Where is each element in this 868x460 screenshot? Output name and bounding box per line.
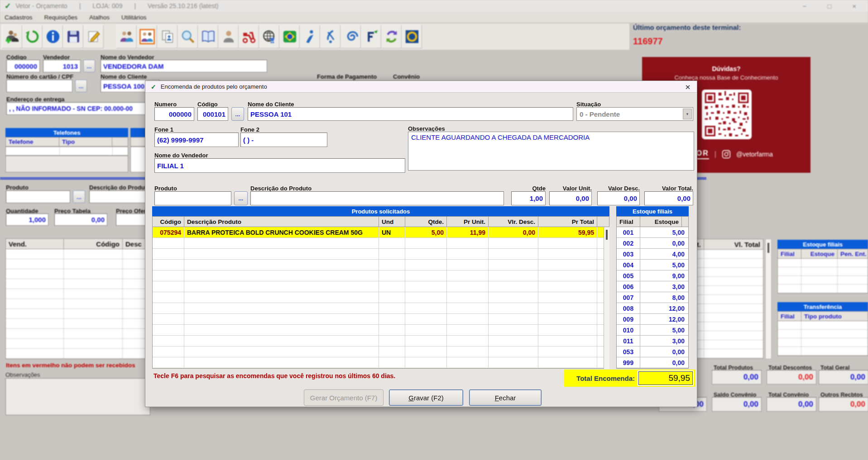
estoque-row[interactable]: 0063,00	[617, 281, 688, 292]
estoque-cell: 4,00	[640, 249, 688, 259]
forma-pagamento-label: Forma de Pagamento	[317, 73, 377, 80]
codigo-field[interactable]: 000000	[6, 60, 40, 72]
estoque-col-header: Estoque	[640, 217, 682, 227]
gymnast-icon[interactable]	[320, 25, 340, 48]
m-valor-total-field[interactable]: 0,00	[644, 191, 693, 205]
fone2-field[interactable]: ( ) -	[240, 133, 327, 147]
web-store-icon[interactable]	[259, 25, 279, 48]
empty-row	[153, 238, 609, 249]
quantidade-field[interactable]: 1,000	[6, 213, 48, 226]
items-col-codigo: Código	[64, 239, 123, 249]
red-items-warning: Itens em vermelho não podem ser recebido…	[6, 362, 135, 369]
product-cell: 5,00	[405, 227, 447, 237]
filial-cell: 053	[617, 346, 640, 357]
vendedor-field[interactable]: 1013	[43, 60, 81, 72]
gerar-orcamento-button[interactable]: Gerar Orçamento (F7)	[304, 389, 384, 406]
m-codigo-field[interactable]: 000101	[197, 107, 228, 121]
estoque-row[interactable]: 0105,00	[617, 325, 688, 336]
bg-produto-field[interactable]	[6, 190, 70, 203]
m-produto-label: Produto	[154, 185, 177, 192]
fone1-field[interactable]: (62) 9999-9997	[154, 133, 239, 147]
empty-row	[6, 269, 154, 279]
m-valor-unit-field[interactable]: 0,00	[549, 191, 592, 205]
person-figure-icon[interactable]	[300, 25, 320, 48]
cartao-cpf-label: Número do cartão / CPF	[6, 73, 73, 80]
m-nome-vendedor-field[interactable]: FILIAL 1	[154, 158, 405, 173]
m-produto-lookup-button[interactable]: ...	[234, 191, 248, 205]
m-nome-cliente-field[interactable]: PESSOA 101	[248, 107, 573, 121]
m-cliente-lookup-button[interactable]: ...	[231, 107, 244, 121]
nome-vendedor-field[interactable]: VENDEDORA DAM	[101, 60, 267, 72]
products-scrollbar[interactable]	[604, 227, 609, 369]
products-col-header: Qtde.	[405, 217, 447, 227]
catalog-icon[interactable]	[198, 25, 218, 48]
copy-records-icon[interactable]	[157, 25, 177, 48]
estoque-row[interactable]: 0020,00	[617, 238, 688, 249]
edit-icon[interactable]	[83, 25, 104, 48]
swirl-icon[interactable]	[340, 25, 361, 48]
bg-produto-lookup-button[interactable]: ...	[73, 190, 85, 203]
estoque-row[interactable]: 0530,00	[617, 346, 688, 357]
customer-icon[interactable]	[218, 25, 239, 48]
menu-item-requisicoes[interactable]: Requisições	[44, 14, 78, 21]
estoque-row[interactable]: 0113,00	[617, 336, 688, 346]
m-nome-cliente-label: Nome do Cliente	[248, 101, 294, 108]
search-icon[interactable]	[177, 25, 198, 48]
m-produto-field[interactable]	[154, 191, 231, 205]
m-valor-desc-field[interactable]: 0,00	[597, 191, 640, 205]
refresh-icon[interactable]	[22, 25, 43, 48]
f-logo-icon[interactable]	[361, 25, 381, 48]
sync-icon[interactable]	[381, 25, 402, 48]
estoque-row[interactable]: 0045,00	[617, 260, 688, 270]
estoque-row[interactable]: 0034,00	[617, 249, 688, 260]
minimize-button[interactable]: −	[802, 2, 806, 10]
chevron-down-icon[interactable]: ▼	[683, 109, 692, 119]
vl-total-scrollbar[interactable]	[765, 239, 772, 359]
estoque-row[interactable]: 0015,00	[617, 227, 688, 238]
filial-cell: 001	[617, 227, 640, 237]
adjacent-table-sliver	[130, 128, 147, 137]
vendedor-lookup-button[interactable]: ...	[83, 60, 95, 72]
situacao-select[interactable]: 0 - Pendente ▼	[576, 107, 693, 121]
menu-item-atalhos[interactable]: Atalhos	[89, 14, 110, 21]
delivery-icon[interactable]	[239, 25, 259, 48]
dialog-close-icon[interactable]: ✕	[683, 83, 692, 92]
add-client-icon[interactable]	[2, 25, 22, 48]
estoque-row[interactable]: 00912,00	[617, 314, 688, 325]
clients-selected-icon[interactable]	[137, 25, 157, 48]
estoque-cell: 5,00	[640, 260, 688, 270]
fechar-button[interactable]: Fechar	[469, 389, 542, 406]
filial-cell: 008	[617, 303, 640, 313]
endereco-field[interactable]: , , NÃO INFORMADO - SN CEP: 00.000-00	[6, 102, 156, 115]
estoque-row[interactable]: 0059,00	[617, 270, 688, 281]
menu-item-cadastros[interactable]: Cadastros	[5, 14, 33, 21]
f6-hint-text: Tecle F6 para pesquisar as encomendas qu…	[153, 372, 395, 379]
brazil-flag-icon[interactable]	[279, 25, 300, 48]
empty-row	[153, 336, 609, 346]
m-descricao-field[interactable]	[250, 191, 504, 205]
estoque-row[interactable]: 0078,00	[617, 292, 688, 303]
info-icon[interactable]	[43, 25, 63, 48]
bg-observacoes-box[interactable]	[5, 378, 150, 415]
empty-row	[778, 321, 868, 330]
empty-row	[153, 249, 609, 260]
cartao-cpf-field[interactable]	[6, 80, 72, 92]
numero-field[interactable]: 000000	[154, 107, 194, 121]
filial-cell: 999	[617, 357, 640, 368]
clients-icon[interactable]	[116, 25, 137, 48]
save-icon[interactable]	[63, 25, 83, 48]
m-qtde-field[interactable]: 1,00	[511, 191, 546, 205]
gravar-button[interactable]: Gravar (F2)	[389, 389, 463, 406]
maximize-button[interactable]: □	[827, 2, 831, 10]
empty-row	[153, 303, 609, 314]
m-observacoes-field[interactable]: CLIENTE AGUARDANDO A CHEGADA DA MERCADOR…	[408, 132, 694, 171]
estoque-row[interactable]: 00812,00	[617, 303, 688, 314]
menu-item-utilitarios[interactable]: Utilitários	[121, 14, 147, 21]
preco-tabela-field[interactable]: 0,00	[54, 213, 107, 226]
gold-ring-icon[interactable]	[402, 25, 422, 48]
close-button[interactable]: ×	[852, 2, 856, 10]
cliente-lookup-button[interactable]: ...	[75, 80, 87, 92]
product-row[interactable]: 075294BARRA PROTEICA BOLD CRUNCH COOKIES…	[153, 227, 609, 238]
estoque-row[interactable]: 9990,00	[617, 357, 688, 368]
empty-row	[153, 325, 609, 336]
